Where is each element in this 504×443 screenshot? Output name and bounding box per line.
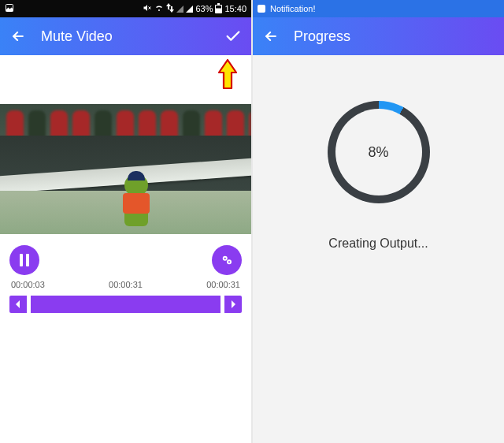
battery-percent: 63% [195,4,213,13]
phone-left: 63% 15:40 Mute Video [0,0,251,443]
appbar-right: Progress [253,17,504,55]
statusbar-left: 63% 15:40 [0,0,251,17]
back-button[interactable] [9,28,27,45]
gear-icon [220,253,234,267]
phone-right: Notification! Progress 8% Creating Outpu… [253,0,504,443]
notification-text: Notification! [270,4,315,13]
image-icon [5,3,14,14]
pause-icon [20,254,29,266]
time-end: 00:00:31 [206,280,240,289]
svg-rect-2 [217,3,220,5]
appbar-title: Mute Video [41,28,224,45]
notification-icon [258,5,265,13]
back-button[interactable] [262,28,280,45]
left-body: 00:00:03 00:00:31 00:00:31 [0,55,251,443]
progress-percent: 8% [368,144,388,161]
appbar-title: Progress [294,28,495,45]
chevron-right-icon [230,300,236,308]
signal-sim1-icon [176,6,183,13]
right-body: 8% Creating Output... [253,55,504,443]
time-mid: 00:00:31 [109,280,143,289]
appbar-left: Mute Video [0,17,251,55]
settings-button[interactable] [212,245,242,275]
trim-handle-right[interactable] [224,296,242,313]
mascot-figure [118,163,154,226]
wifi-icon [154,3,164,14]
signal-sim2-icon [186,6,193,13]
mute-icon [143,3,152,14]
svg-rect-3 [216,6,221,9]
chevron-left-icon [15,300,21,308]
battery-icon [215,3,222,15]
video-preview[interactable] [0,104,251,234]
svg-point-7 [228,261,230,262]
trim-seekbar[interactable] [9,296,242,313]
confirm-button[interactable] [224,28,242,45]
svg-point-6 [224,258,226,259]
time-current: 00:00:03 [11,280,45,289]
trim-track[interactable] [31,296,220,313]
play-pause-button[interactable] [9,245,39,275]
data-icon [166,3,174,14]
progress-status: Creating Output... [328,236,428,251]
trim-handle-left[interactable] [9,296,27,313]
statusbar-right: Notification! [253,0,504,17]
progress-ring: 8% [328,101,430,203]
clock-time: 15:40 [224,4,246,13]
